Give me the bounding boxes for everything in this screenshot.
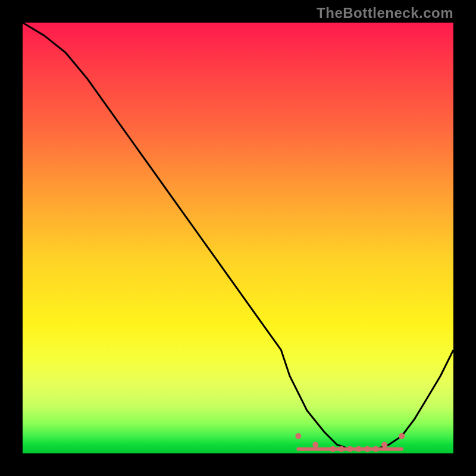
- marker-dot: [312, 442, 318, 448]
- plot-area: [23, 23, 453, 453]
- marker-dot: [381, 442, 387, 448]
- marker-dot: [373, 446, 379, 452]
- marker-dot: [356, 446, 362, 452]
- chart-svg: [23, 23, 453, 453]
- marker-dot: [330, 446, 336, 452]
- marker-dot: [295, 433, 301, 439]
- attribution-text: TheBottleneck.com: [317, 5, 453, 21]
- marker-dot: [339, 446, 345, 452]
- chart-frame: TheBottleneck.com: [0, 0, 476, 476]
- marker-dot: [399, 433, 405, 439]
- bottleneck-curve: [23, 23, 453, 449]
- marker-dot: [347, 446, 353, 452]
- marker-dot: [364, 446, 370, 452]
